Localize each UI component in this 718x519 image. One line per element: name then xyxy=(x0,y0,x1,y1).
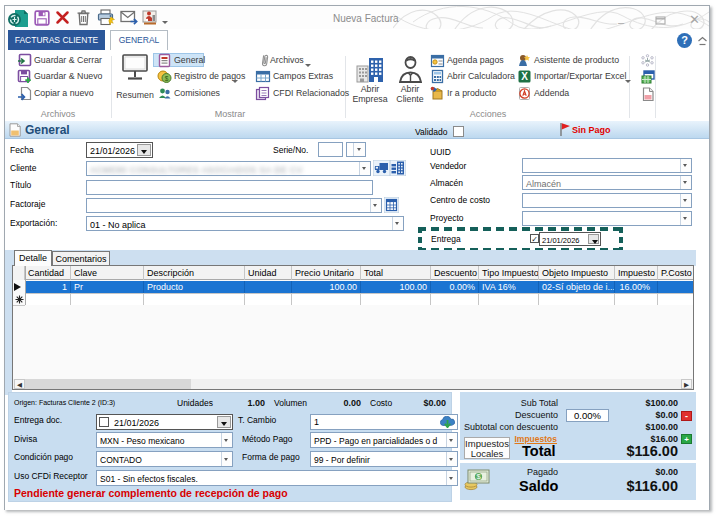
svg-text:$: $ xyxy=(165,75,169,82)
svg-text:X: X xyxy=(521,71,528,82)
